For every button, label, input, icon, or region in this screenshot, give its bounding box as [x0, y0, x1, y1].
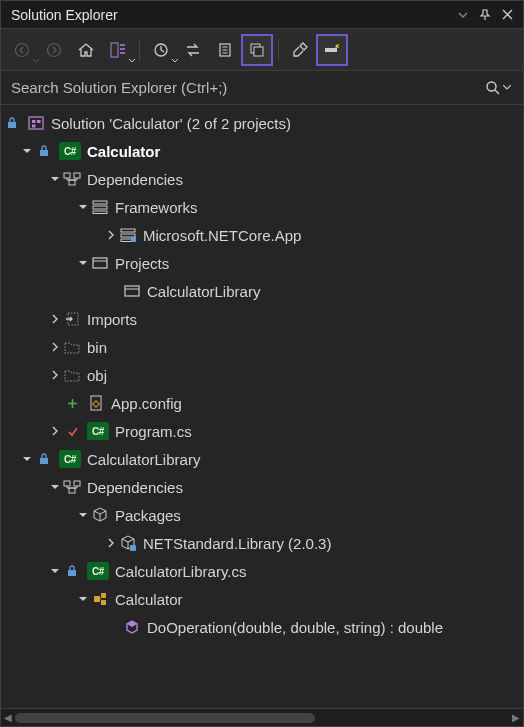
method-node[interactable]: DoOperation(double, double, string) : do… [1, 613, 523, 641]
csharp-project-icon: C# [59, 142, 81, 160]
project-node-calculatorlibrary[interactable]: C# CalculatorLibrary [1, 445, 523, 473]
tree-view[interactable]: Solution 'Calculator' (2 of 2 projects) … [1, 105, 523, 708]
solution-icon [27, 114, 45, 132]
svg-rect-34 [69, 488, 75, 493]
back-button[interactable] [7, 35, 37, 65]
close-icon[interactable] [497, 5, 517, 25]
node-label: Microsoft.NETCore.App [143, 227, 301, 244]
collapse-arrow-icon[interactable] [47, 423, 63, 439]
package-item-node[interactable]: NETStandard.Library (2.0.3) [1, 529, 523, 557]
node-label: CalculatorLibrary.cs [115, 563, 246, 580]
window-menu-icon[interactable] [453, 5, 473, 25]
bin-folder-node[interactable]: bin [1, 333, 523, 361]
properties-button[interactable] [285, 35, 315, 65]
pending-changes-filter-button[interactable] [146, 35, 176, 65]
svg-rect-19 [93, 201, 107, 204]
collapse-arrow-icon[interactable] [47, 367, 63, 383]
switch-views-button[interactable] [103, 35, 133, 65]
svg-rect-21 [93, 211, 107, 214]
obj-folder-node[interactable]: obj [1, 361, 523, 389]
imports-icon [63, 310, 81, 328]
expand-arrow-icon[interactable] [19, 451, 35, 467]
solution-node[interactable]: Solution 'Calculator' (2 of 2 projects) [1, 109, 523, 137]
imports-node[interactable]: Imports [1, 305, 523, 333]
lock-icon [35, 142, 53, 160]
expand-arrow-icon[interactable] [19, 143, 35, 159]
collapse-arrow-icon[interactable] [103, 535, 119, 551]
lock-icon [3, 114, 21, 132]
config-file-icon [87, 394, 105, 412]
svg-rect-12 [32, 120, 36, 123]
project-node-calculator[interactable]: C# Calculator [1, 137, 523, 165]
package-icon [91, 506, 109, 524]
dependencies-icon [63, 170, 81, 188]
preview-button[interactable] [317, 35, 347, 65]
dependencies-icon [63, 478, 81, 496]
expand-arrow-icon[interactable] [75, 255, 91, 271]
node-label: Frameworks [115, 199, 198, 216]
node-label: Packages [115, 507, 181, 524]
expand-arrow-icon[interactable] [75, 507, 91, 523]
node-label: Projects [115, 255, 169, 272]
appconfig-node[interactable]: App.config [1, 389, 523, 417]
collapse-arrow-icon[interactable] [47, 311, 63, 327]
svg-rect-17 [74, 173, 80, 178]
svg-rect-6 [254, 47, 263, 56]
node-label: Imports [87, 311, 137, 328]
search-icon[interactable] [483, 73, 513, 103]
svg-point-1 [48, 43, 61, 56]
svg-rect-32 [64, 481, 70, 486]
svg-rect-11 [29, 117, 43, 129]
collapse-all-button[interactable] [242, 35, 272, 65]
svg-rect-26 [93, 258, 107, 268]
node-label: obj [87, 367, 107, 384]
sync-button[interactable] [178, 35, 208, 65]
show-all-files-button[interactable] [210, 35, 240, 65]
node-label: Calculator [87, 143, 160, 160]
dependencies-node[interactable]: Dependencies [1, 473, 523, 501]
node-label: Program.cs [115, 423, 192, 440]
frameworks-node[interactable]: Frameworks [1, 193, 523, 221]
project-ref-icon [123, 282, 141, 300]
projects-node[interactable]: Projects [1, 249, 523, 277]
packages-node[interactable]: Packages [1, 501, 523, 529]
scrollbar-thumb[interactable] [15, 713, 315, 723]
class-node[interactable]: Calculator [1, 585, 523, 613]
horizontal-scrollbar[interactable]: ◀ ▶ [1, 708, 523, 726]
expand-arrow-icon[interactable] [47, 479, 63, 495]
expand-arrow-icon[interactable] [47, 171, 63, 187]
panel-title: Solution Explorer [11, 7, 451, 23]
csharp-file-node[interactable]: C# CalculatorLibrary.cs [1, 557, 523, 585]
toolbar [1, 29, 523, 71]
node-label: DoOperation(double, double, string) : do… [147, 619, 443, 636]
program-cs-node[interactable]: C# Program.cs [1, 417, 523, 445]
dependencies-node[interactable]: Dependencies [1, 165, 523, 193]
csharp-file-icon: C# [87, 562, 109, 580]
svg-rect-18 [69, 180, 75, 185]
project-ref-item-node[interactable]: CalculatorLibrary [1, 277, 523, 305]
search-input[interactable] [11, 79, 483, 96]
separator [278, 39, 279, 61]
expand-arrow-icon[interactable] [75, 591, 91, 607]
home-button[interactable] [71, 35, 101, 65]
node-label: Calculator [115, 591, 183, 608]
svg-rect-33 [74, 481, 80, 486]
expand-arrow-icon[interactable] [75, 199, 91, 215]
forward-button[interactable] [39, 35, 69, 65]
expand-arrow-icon[interactable] [47, 563, 63, 579]
svg-rect-10 [8, 122, 16, 128]
node-label: Dependencies [87, 479, 183, 496]
pin-icon[interactable] [475, 5, 495, 25]
collapse-arrow-icon[interactable] [47, 339, 63, 355]
framework-item-node[interactable]: Microsoft.NETCore.App [1, 221, 523, 249]
svg-point-30 [94, 402, 99, 407]
svg-rect-39 [101, 600, 106, 605]
node-label: Dependencies [87, 171, 183, 188]
lock-icon [35, 450, 53, 468]
svg-rect-25 [131, 237, 136, 242]
search-bar [1, 71, 523, 105]
svg-rect-27 [125, 286, 139, 296]
csharp-project-icon: C# [59, 450, 81, 468]
collapse-arrow-icon[interactable] [103, 227, 119, 243]
svg-rect-23 [121, 234, 135, 237]
